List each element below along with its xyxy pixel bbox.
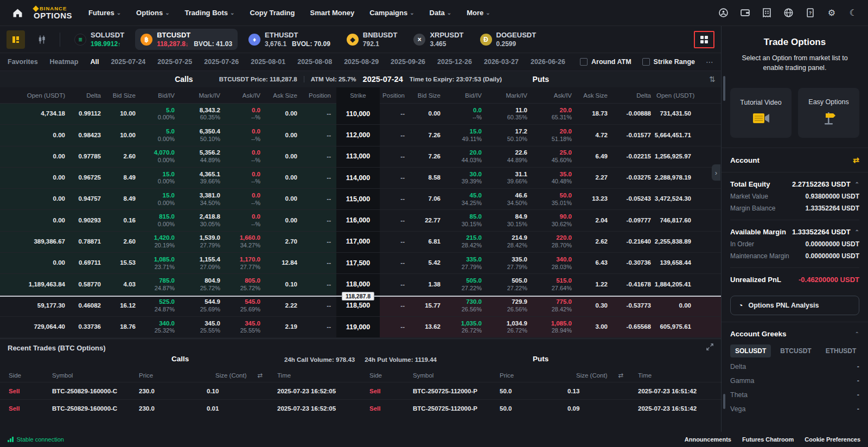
put-bid-price[interactable]: 505.027.22%: [446, 274, 487, 295]
call-ask-price[interactable]: 805.025.72%: [226, 274, 266, 295]
option-chain-row[interactable]: 4,734.18 0.99112 10.00 5.00.00% 8,343.26…: [0, 104, 721, 125]
grid-view-icon[interactable]: [7, 30, 25, 49]
ticker-item[interactable]: ≡ SOLUSDT 198.9912↑: [69, 29, 130, 50]
call-bid-price[interactable]: 5.00.00%: [141, 104, 180, 124]
collapse-icon[interactable]: ⌃: [855, 331, 859, 337]
expiry-tab[interactable]: 2025-07-26: [204, 58, 239, 66]
call-bid-price[interactable]: 1,085.023.71%: [141, 253, 180, 273]
trade-row[interactable]: Sell BTC-250725-112000-P 50.0 0.09 2025-…: [361, 399, 722, 417]
nav-item[interactable]: Campaigns ⌄: [369, 9, 414, 17]
put-bid-price[interactable]: 0.0--%: [446, 104, 487, 124]
call-bid-price[interactable]: 15.00.00%: [141, 189, 180, 209]
option-chain-row[interactable]: 0.00 0.90293 0.16 815.00.00% 2,418.830.0…: [0, 210, 721, 231]
candle-view-icon[interactable]: [33, 30, 51, 49]
scrollbar-thumb[interactable]: [723, 76, 725, 101]
put-bid-price[interactable]: 15.049.11%: [446, 125, 487, 145]
nav-item[interactable]: Futures ⌄: [88, 9, 121, 17]
put-ask-price[interactable]: 20.065.31%: [533, 104, 577, 124]
call-bid-price[interactable]: 340.025.32%: [141, 317, 180, 337]
put-ask-price[interactable]: 50.035.01%: [533, 189, 577, 209]
options-pnl-analysis-button[interactable]: ◔ Options PNL Analysis: [730, 296, 859, 315]
settings-icon[interactable]: ⚙: [827, 8, 837, 18]
call-bid-price[interactable]: 1,420.020.19%: [141, 232, 180, 252]
option-chain-row[interactable]: 729,064.40 0.33736 18.76 340.025.32% 345…: [0, 317, 721, 338]
put-bid-price[interactable]: 1,035.026.72%: [446, 317, 487, 337]
put-bid-price[interactable]: 45.034.25%: [446, 189, 487, 209]
call-ask-price[interactable]: 0.0--%: [226, 168, 266, 188]
trade-row[interactable]: Sell BTC-250829-160000-C 230.0 0.01 2025…: [0, 399, 361, 417]
wallet-icon[interactable]: [740, 8, 750, 18]
nav-item[interactable]: Options ⌄: [136, 9, 170, 17]
scrollbar-thumb[interactable]: [723, 394, 725, 409]
globe-icon[interactable]: [783, 8, 793, 18]
expiry-tab[interactable]: All: [90, 58, 99, 66]
easy-options-card[interactable]: Easy Options: [798, 88, 859, 138]
call-bid-price[interactable]: 785.024.87%: [141, 274, 180, 295]
footer-link[interactable]: Futures Chatroom: [742, 436, 794, 443]
call-ask-price[interactable]: 545.025.69%: [226, 296, 266, 316]
put-ask-price[interactable]: 775.028.42%: [533, 296, 577, 316]
trade-row[interactable]: Sell BTC-250829-160000-C 230.0 0.10 2025…: [0, 382, 361, 399]
call-ask-price[interactable]: 1,660.034.27%: [226, 232, 266, 252]
expiry-tab[interactable]: 2025-08-29: [344, 58, 379, 66]
swap-units-icon[interactable]: ⇄: [249, 372, 263, 379]
ticker-item[interactable]: × XRPUSDT 3.465: [408, 29, 469, 50]
option-chain-row[interactable]: 0.00 0.69711 15.53 1,085.023.71% 1,155.4…: [0, 253, 721, 274]
call-ask-price[interactable]: 0.0--%: [226, 210, 266, 231]
guide-icon[interactable]: ?: [805, 8, 815, 18]
footer-link[interactable]: Cookie Preferences: [805, 436, 860, 443]
expiry-tab[interactable]: 2025-07-25: [157, 58, 192, 66]
call-ask-price[interactable]: 0.0--%: [226, 125, 266, 145]
expiry-tab[interactable]: 2025-08-08: [297, 58, 332, 66]
call-bid-price[interactable]: 525.024.87%: [141, 296, 180, 316]
layout-grid-icon-highlighted[interactable]: [694, 31, 714, 48]
around-atm-checkbox[interactable]: Around ATM: [580, 58, 631, 66]
option-chain-row[interactable]: 389,386.67 0.78871 2.60 1,420.020.19% 1,…: [0, 232, 721, 253]
put-ask-price[interactable]: 340.028.03%: [533, 253, 577, 273]
option-chain-row[interactable]: 0.00 0.97785 2.60 4,070.00.00% 5,356.244…: [0, 146, 721, 168]
put-ask-price[interactable]: 220.028.70%: [533, 232, 577, 252]
call-bid-price[interactable]: 815.00.00%: [141, 210, 180, 231]
profile-icon[interactable]: [718, 8, 728, 18]
transfer-icon[interactable]: ⇄: [853, 156, 859, 164]
option-chain-row[interactable]: 0.00 0.96725 8.49 15.00.00% 4,365.139.66…: [0, 168, 721, 189]
expiry-tab[interactable]: Heatmap: [50, 58, 79, 66]
strike-range-checkbox[interactable]: Strike Range: [642, 58, 695, 66]
greek-symbol-pill[interactable]: BTCUSDT: [775, 344, 816, 357]
ticker-item[interactable]: ฿ BTCUSDT 118,287.8↓ BVOL: 41.03: [135, 29, 238, 50]
home-icon[interactable]: [10, 9, 25, 17]
sort-icon[interactable]: ⇅: [709, 75, 716, 84]
expiry-tab[interactable]: 2025-08-01: [251, 58, 285, 66]
greek-symbol-pill[interactable]: ETHUSDT: [821, 344, 859, 357]
expiry-tab[interactable]: 2025-09-26: [391, 58, 425, 66]
nav-item[interactable]: Trading Bots ⌄: [185, 9, 235, 17]
ticker-item[interactable]: ♦ ETHUSDT 3,676.1 BVOL: 70.09: [243, 29, 336, 50]
put-bid-price[interactable]: 85.030.15%: [446, 210, 487, 231]
nav-item[interactable]: Smart Money ⌄: [310, 9, 354, 17]
swap-units-icon[interactable]: ⇄: [610, 372, 624, 379]
nav-item[interactable]: Copy Trading ⌄: [250, 9, 295, 17]
put-bid-price[interactable]: 30.039.39%: [446, 168, 487, 188]
call-ask-price[interactable]: 0.0--%: [226, 146, 266, 167]
ticker-item[interactable]: Ð DOGEUSDT 0.2599: [475, 29, 542, 50]
footer-link[interactable]: Announcements: [685, 436, 731, 443]
call-bid-price[interactable]: 4,070.00.00%: [141, 146, 180, 167]
put-ask-price[interactable]: 25.045.60%: [533, 146, 577, 167]
orders-icon[interactable]: [762, 8, 771, 18]
expiry-tab[interactable]: 2025-07-24: [111, 58, 145, 66]
greek-symbol-pill[interactable]: SOLUSDT: [730, 344, 771, 357]
expiry-tab[interactable]: Favorites: [8, 58, 38, 66]
call-bid-price[interactable]: 5.00.00%: [141, 125, 180, 145]
nav-item[interactable]: Data ⌄: [430, 9, 452, 17]
call-bid-price[interactable]: 15.00.00%: [141, 168, 180, 188]
expiry-tab[interactable]: 2025-12-26: [437, 58, 472, 66]
panel-collapse-handle[interactable]: ›: [712, 164, 720, 181]
option-chain-row[interactable]: 0.00 0.94757 8.49 15.00.00% 3,381.034.50…: [0, 189, 721, 210]
brand-logo[interactable]: BINANCE OPTIONS: [34, 6, 72, 20]
put-bid-price[interactable]: 335.027.79%: [446, 253, 487, 273]
call-ask-price[interactable]: 0.0--%: [226, 104, 266, 124]
call-ask-price[interactable]: 0.0--%: [226, 189, 266, 209]
put-bid-price[interactable]: 215.028.42%: [446, 232, 487, 252]
tutorial-video-card[interactable]: Tutorial Video: [730, 88, 792, 138]
option-chain-row[interactable]: 0.00 0.98423 10.00 5.00.00% 6,350.450.10…: [0, 125, 721, 146]
